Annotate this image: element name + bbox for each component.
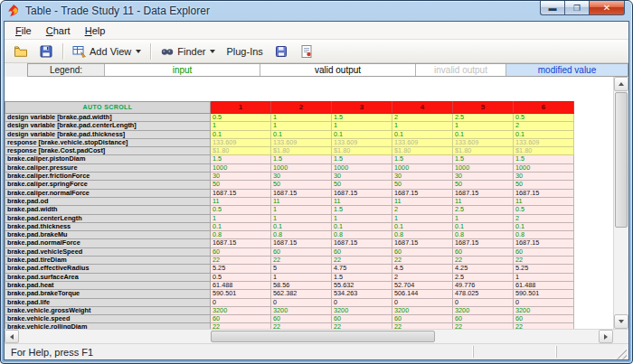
value-cell[interactable]: 1687.15 <box>211 239 271 247</box>
value-cell[interactable]: 60 <box>271 247 332 256</box>
resize-grip[interactable] <box>614 347 627 359</box>
value-cell[interactable]: 50 <box>332 181 392 189</box>
horizontal-scroll-thumb[interactable] <box>211 331 435 342</box>
value-cell[interactable]: 1 <box>453 122 514 130</box>
value-cell[interactable]: 2.5 <box>453 114 514 122</box>
row-name[interactable]: design variable [brake.pad.centerLength] <box>5 122 211 130</box>
value-cell[interactable]: 0.1 <box>514 130 574 138</box>
value-cell[interactable]: 133.609 <box>211 138 271 146</box>
row-name[interactable]: brake.pad.tireDiam <box>5 257 211 265</box>
value-cell[interactable]: 1 <box>271 273 332 281</box>
row-name[interactable]: brake.caliper.pressure <box>5 163 211 172</box>
row-name[interactable]: brake.caliper.pistonDiam <box>5 155 211 163</box>
maximize-button[interactable]: ❐ <box>564 1 589 15</box>
value-cell[interactable]: 1 <box>211 214 271 222</box>
value-cell[interactable]: 11 <box>453 197 514 205</box>
horizontal-scrollbar[interactable] <box>5 329 628 343</box>
value-cell[interactable]: 60 <box>392 315 453 323</box>
value-cell[interactable]: 30 <box>392 173 453 181</box>
value-cell[interactable]: 0 <box>211 298 271 306</box>
column-header[interactable]: 3 <box>332 102 392 114</box>
row-name[interactable]: brake.pad.od <box>5 197 211 205</box>
value-cell[interactable]: 60 <box>211 247 271 256</box>
value-cell[interactable]: 0 <box>392 298 453 306</box>
row-name[interactable]: brake.pad.brakeTorque <box>5 290 211 298</box>
row-name[interactable]: brake.pad.life <box>5 298 211 306</box>
menu-help[interactable]: Help <box>78 23 113 38</box>
column-header[interactable]: 4 <box>392 102 453 114</box>
export-button[interactable] <box>269 42 293 61</box>
row-name[interactable]: brake.pad.normalForce <box>5 239 211 247</box>
value-cell[interactable]: 3200 <box>453 306 514 314</box>
value-cell[interactable]: 0.8 <box>453 231 514 239</box>
value-cell[interactable]: 3200 <box>392 306 453 314</box>
value-cell[interactable]: 1 <box>271 122 332 130</box>
value-cell[interactable]: 0.8 <box>211 231 271 239</box>
value-cell[interactable]: 1.5 <box>453 155 514 163</box>
value-cell[interactable]: 1 <box>271 206 332 214</box>
close-button[interactable]: ✕ <box>589 1 625 15</box>
value-cell[interactable]: 0.1 <box>392 130 453 138</box>
value-cell[interactable]: 1 <box>514 273 574 281</box>
value-cell[interactable]: 2 <box>514 214 574 222</box>
auto-scroll-header[interactable]: AUTO SCROLL <box>5 102 211 114</box>
value-cell[interactable]: 2 <box>392 273 453 281</box>
titlebar[interactable]: Table - Trade Study 11 - Data Explorer ▬… <box>1 1 632 21</box>
value-cell[interactable]: 0.1 <box>211 222 271 230</box>
value-cell[interactable]: 0.1 <box>332 130 392 138</box>
value-cell[interactable]: 2.5 <box>453 206 514 214</box>
value-cell[interactable]: 1.5 <box>332 206 392 214</box>
column-header[interactable]: 6 <box>514 102 574 114</box>
value-cell[interactable]: 1.5 <box>271 155 332 163</box>
value-cell[interactable]: 562.382 <box>271 290 332 298</box>
row-name[interactable]: brake.pad.effectiveRadius <box>5 265 211 273</box>
value-cell[interactable]: 1 <box>211 122 271 130</box>
value-cell[interactable]: 133.609 <box>332 138 392 146</box>
value-cell[interactable]: 1000 <box>392 163 453 172</box>
value-cell[interactable]: 30 <box>211 173 271 181</box>
value-cell[interactable]: 58.56 <box>271 281 332 289</box>
value-cell[interactable]: 0.5 <box>211 273 271 281</box>
value-cell[interactable]: 0.1 <box>514 222 574 230</box>
value-cell[interactable]: 0 <box>514 298 574 306</box>
value-cell[interactable]: 0.8 <box>392 231 453 239</box>
minimize-button[interactable]: ▬ <box>540 1 564 15</box>
value-cell[interactable]: 55.632 <box>332 281 392 289</box>
value-cell[interactable]: 4.5 <box>392 265 453 273</box>
value-cell[interactable]: $1.80 <box>514 147 574 155</box>
value-cell[interactable]: 506.144 <box>392 290 453 298</box>
value-cell[interactable]: 0.8 <box>271 231 332 239</box>
value-cell[interactable]: 0.8 <box>332 231 392 239</box>
value-cell[interactable]: 61.488 <box>211 281 271 289</box>
value-cell[interactable]: 5 <box>271 265 332 273</box>
value-cell[interactable]: 61.488 <box>514 281 574 289</box>
value-cell[interactable]: 3200 <box>514 306 574 314</box>
menu-file[interactable]: File <box>8 23 39 38</box>
value-cell[interactable]: 11 <box>392 197 453 205</box>
value-cell[interactable]: 11 <box>332 197 392 205</box>
value-cell[interactable]: 50 <box>392 181 453 189</box>
value-cell[interactable]: 1.5 <box>392 155 453 163</box>
value-cell[interactable]: 1000 <box>332 163 392 172</box>
value-cell[interactable]: 0.1 <box>271 130 332 138</box>
value-cell[interactable]: 1 <box>392 214 453 222</box>
plugins-button[interactable]: Plug-Ins <box>222 43 267 60</box>
value-cell[interactable]: 1 <box>271 114 332 122</box>
value-cell[interactable]: 30 <box>271 173 332 181</box>
value-cell[interactable]: 4.75 <box>332 265 392 273</box>
value-cell[interactable]: 60 <box>453 315 514 323</box>
vertical-scrollbar[interactable] <box>613 77 628 329</box>
value-cell[interactable]: 1 <box>392 122 453 130</box>
value-cell[interactable]: 133.609 <box>271 138 332 146</box>
value-cell[interactable]: 30 <box>453 173 514 181</box>
value-cell[interactable]: 60 <box>453 247 514 256</box>
report-button[interactable] <box>295 42 318 61</box>
column-header[interactable]: 1 <box>211 102 271 114</box>
value-cell[interactable]: 590.501 <box>514 290 574 298</box>
value-cell[interactable]: 50 <box>211 181 271 189</box>
row-name[interactable]: brake.pad.brakeMu <box>5 231 211 239</box>
value-cell[interactable]: 50 <box>514 181 574 189</box>
scroll-left-button[interactable] <box>5 330 19 343</box>
value-cell[interactable]: 22 <box>453 257 514 265</box>
value-cell[interactable]: 3200 <box>271 306 332 314</box>
